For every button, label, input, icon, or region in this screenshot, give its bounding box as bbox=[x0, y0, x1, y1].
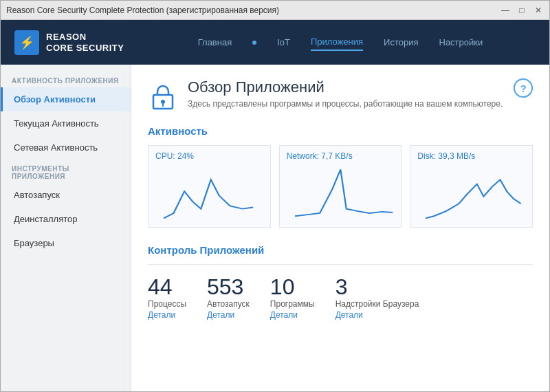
svg-point-1 bbox=[161, 100, 165, 104]
stat-processes-number: 44 bbox=[148, 276, 186, 298]
stat-programs-number: 10 bbox=[270, 276, 315, 298]
stat-processes: 44 Процессы Детали bbox=[148, 276, 186, 320]
cpu-chart bbox=[155, 164, 263, 226]
network-chart-box: Network: 7,7 KB/s bbox=[279, 145, 402, 228]
page-header-left: Обзор Приложений Здесь представлены прог… bbox=[148, 78, 503, 111]
disk-chart-box: Disk: 39,3 MB/s bbox=[410, 145, 533, 228]
lightning-icon: ⚡ bbox=[19, 35, 34, 50]
stat-browser-addons-number: 3 bbox=[336, 276, 419, 298]
stat-autorun-label: Автозапуск bbox=[207, 299, 250, 309]
nav-history[interactable]: История bbox=[384, 34, 418, 50]
stat-processes-label: Процессы bbox=[148, 299, 186, 309]
disk-chart-label: Disk: 39,3 MB/s bbox=[417, 151, 525, 161]
maximize-button[interactable]: □ bbox=[516, 5, 527, 16]
help-button[interactable]: ? bbox=[514, 78, 533, 98]
disk-chart bbox=[417, 164, 525, 226]
stat-browser-addons-link[interactable]: Детали bbox=[336, 310, 419, 320]
logo-text: REASON CORE SECURITY bbox=[46, 32, 124, 53]
stat-programs-link[interactable]: Детали bbox=[270, 310, 315, 320]
charts-row: CPU: 24% Network: 7,7 KB/s Disk: 39,3 MB… bbox=[148, 145, 533, 228]
page-description: Здесь представлены программы и процессы,… bbox=[188, 99, 503, 109]
page-header: Обзор Приложений Здесь представлены прог… bbox=[148, 78, 533, 111]
stat-autorun-link[interactable]: Детали bbox=[207, 310, 250, 320]
sidebar: АКТИВНОСТЬ ПРИЛОЖЕНИЯ Обзор Активности Т… bbox=[1, 65, 131, 391]
page-title-group: Обзор Приложений Здесь представлены прог… bbox=[188, 78, 503, 109]
sidebar-section-1-label: АКТИВНОСТЬ ПРИЛОЖЕНИЯ bbox=[1, 72, 131, 87]
stat-autorun: 553 Автозапуск Детали bbox=[207, 276, 250, 320]
divider bbox=[148, 264, 533, 265]
sidebar-item-browsers[interactable]: Браузеры bbox=[1, 231, 131, 255]
network-chart bbox=[287, 164, 395, 226]
titlebar: Reason Core Security Complete Protection… bbox=[1, 1, 549, 20]
nav-apps[interactable]: Приложения bbox=[311, 34, 363, 51]
nav-settings[interactable]: Настройки bbox=[439, 34, 483, 50]
sidebar-item-overview[interactable]: Обзор Активности bbox=[1, 87, 131, 111]
nav-dot bbox=[252, 41, 256, 45]
header: ⚡ REASON CORE SECURITY Главная IoT Прило… bbox=[1, 20, 549, 65]
activity-section-title: Активность bbox=[148, 125, 533, 137]
stat-programs-label: Программы bbox=[270, 299, 315, 309]
main-nav: Главная IoT Приложения История Настройки bbox=[145, 34, 536, 51]
sidebar-item-network[interactable]: Сетевая Активность bbox=[1, 135, 131, 160]
titlebar-controls: — □ ✕ bbox=[500, 5, 544, 16]
lock-icon bbox=[148, 81, 178, 111]
sidebar-item-uninstaller[interactable]: Деинсталлятор bbox=[1, 207, 131, 231]
stats-row: 44 Процессы Детали 553 Автозапуск Детали… bbox=[148, 276, 533, 320]
titlebar-title: Reason Core Security Complete Protection… bbox=[6, 6, 279, 15]
sidebar-item-current[interactable]: Текущая Активность bbox=[1, 111, 131, 135]
nav-home[interactable]: Главная bbox=[198, 34, 232, 50]
stat-processes-link[interactable]: Детали bbox=[148, 310, 186, 320]
stat-browser-addons: 3 Надстройки Браузера Детали bbox=[336, 276, 419, 320]
sidebar-section-2-label: ИНСТРУМЕНТЫ ПРИЛОЖЕНИЯ bbox=[1, 160, 131, 183]
logo-icon: ⚡ bbox=[14, 30, 39, 55]
stat-autorun-number: 553 bbox=[207, 276, 250, 298]
cpu-chart-label: CPU: 24% bbox=[155, 151, 263, 161]
minimize-button[interactable]: — bbox=[500, 5, 511, 16]
main-layout: АКТИВНОСТЬ ПРИЛОЖЕНИЯ Обзор Активности Т… bbox=[1, 65, 549, 391]
cpu-chart-box: CPU: 24% bbox=[148, 145, 271, 228]
stat-browser-addons-label: Надстройки Браузера bbox=[336, 299, 419, 309]
network-chart-label: Network: 7,7 KB/s bbox=[287, 151, 395, 161]
stat-programs: 10 Программы Детали bbox=[270, 276, 315, 320]
control-section-title: Контроль Приложений bbox=[148, 244, 533, 256]
close-button[interactable]: ✕ bbox=[533, 5, 544, 16]
logo-area: ⚡ REASON CORE SECURITY bbox=[14, 30, 145, 55]
nav-iot[interactable]: IoT bbox=[277, 34, 290, 50]
page-title: Обзор Приложений bbox=[188, 78, 503, 96]
sidebar-item-autorun[interactable]: Автозапуск bbox=[1, 183, 131, 207]
content-area: Обзор Приложений Здесь представлены прог… bbox=[131, 65, 549, 391]
